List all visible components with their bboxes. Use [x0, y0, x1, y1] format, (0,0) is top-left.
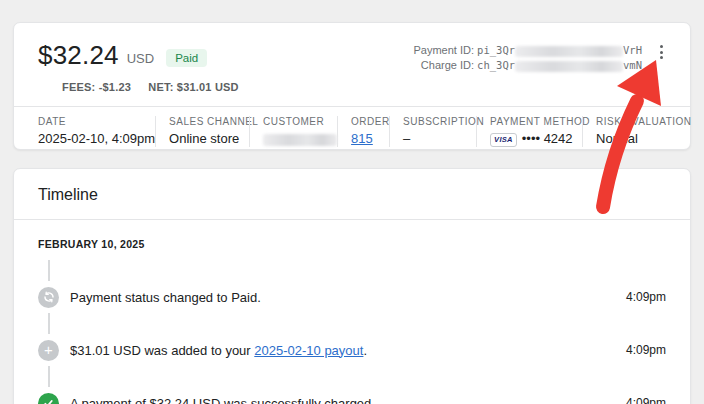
timeline-card: Timeline FEBRUARY 10, 2025 Payment statu… — [13, 168, 691, 404]
kebab-menu-icon[interactable] — [650, 41, 672, 63]
timeline-title: Timeline — [38, 186, 666, 204]
payment-id-prefix: pi_3Qr — [477, 44, 515, 56]
timeline-event-text: $31.01 USD was added to your 2025-02-10 … — [70, 343, 367, 358]
timeline-connector — [48, 366, 50, 387]
meta-subscription: SUBSCRIPTION – — [389, 116, 476, 147]
timeline-connector — [48, 313, 50, 334]
timeline-event-time: 4:09pm — [626, 290, 666, 304]
meta-sales-channel: SALES CHANNEL Online store — [155, 116, 249, 147]
timeline-event-row: + $31.01 USD was added to your 2025-02-1… — [38, 340, 666, 361]
charge-id-row: Charge ID: ch_3QrvmN — [414, 58, 643, 73]
meta-customer: CUSTOMER — [249, 116, 337, 147]
visa-icon: VISA — [490, 133, 517, 147]
payment-id-redacted — [515, 46, 623, 57]
timeline-event-text: Payment status changed to Paid. — [70, 290, 261, 305]
timeline-event-row: Payment status changed to Paid. 4:09pm — [38, 287, 666, 308]
customer-redacted — [263, 134, 337, 146]
payment-id-label: Payment ID: — [414, 44, 475, 56]
fees-label: FEES: -$1.23 — [62, 81, 131, 93]
payout-link[interactable]: 2025-02-10 payout — [254, 343, 363, 358]
payment-id-suffix: VrH — [623, 44, 642, 56]
meta-payment-method: PAYMENT METHOD VISA•••• 4242 — [476, 116, 582, 147]
charge-id-suffix: vmN — [623, 59, 642, 71]
order-link[interactable]: 815 — [351, 131, 373, 146]
net-label: NET: $31.01 USD — [148, 81, 238, 93]
meta-order: ORDER 815 — [337, 116, 389, 147]
meta-risk-evaluation: RISK EVALUATION Normal — [582, 116, 691, 147]
meta-date: DATE 2025-02-10, 4:09pm — [38, 116, 155, 147]
payment-summary-card: $32.24 USD Paid FEES: -$1.23 NET: $31.01… — [13, 22, 691, 150]
charge-id-label: Charge ID: — [421, 59, 474, 71]
timeline-event-time: 4:09pm — [626, 396, 666, 404]
sync-icon — [38, 287, 59, 308]
card-last4: •••• 4242 — [522, 131, 573, 146]
charge-id-redacted — [515, 61, 623, 72]
plus-icon: + — [38, 340, 59, 361]
check-icon — [38, 393, 59, 404]
charge-id-prefix: ch_3Qr — [477, 59, 515, 71]
payment-amount: $32.24 — [38, 40, 119, 71]
timeline-event-time: 4:09pm — [626, 343, 666, 357]
timeline-date-header: FEBRUARY 10, 2025 — [38, 238, 666, 251]
timeline-connector — [48, 260, 50, 281]
payment-id-row: Payment ID: pi_3QrVrH — [414, 43, 643, 58]
timeline-event-row: A payment of $32.24 USD was successfully… — [38, 393, 666, 404]
status-badge: Paid — [166, 49, 207, 67]
timeline-event-text: A payment of $32.24 USD was successfully… — [70, 396, 375, 404]
payment-currency: USD — [127, 51, 154, 66]
